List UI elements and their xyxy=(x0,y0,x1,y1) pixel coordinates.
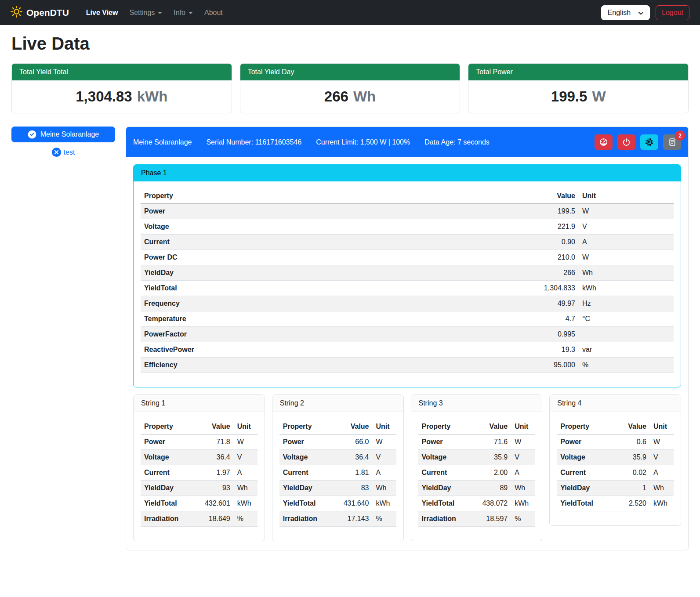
table-row: Efficiency95.000% xyxy=(141,358,674,373)
unit-cell: A xyxy=(511,465,535,481)
property-cell: Voltage xyxy=(557,450,609,465)
unit-cell: V xyxy=(234,450,258,465)
unit-cell: % xyxy=(373,511,396,527)
column-header-unit: Unit xyxy=(650,419,674,434)
table-row: Power66.0W xyxy=(279,434,396,450)
property-cell: YieldTotal xyxy=(141,496,193,511)
table-row: Power199.5W xyxy=(141,204,674,219)
event-log-button[interactable]: 2 xyxy=(663,134,681,150)
value-cell: 49.97 xyxy=(526,296,579,311)
table-row: YieldTotal432.601kWh xyxy=(141,496,258,511)
value-cell: 89 xyxy=(471,481,511,496)
inverter-selector-sidebar: Meine Solaranlage test xyxy=(11,127,115,157)
value-cell: 2.00 xyxy=(471,465,511,481)
inverter-limit: Current Limit: 1,500 W | 100% xyxy=(316,138,410,146)
nav-item-live-view[interactable]: Live View xyxy=(80,5,124,20)
card-value: 266 xyxy=(324,88,348,105)
string-card: String 3 Property Value Unit Power71.6WV… xyxy=(411,394,543,541)
property-cell: Irradiation xyxy=(141,511,193,527)
phase-card-header: Phase 1 xyxy=(134,165,681,181)
nav-item-about[interactable]: About xyxy=(199,5,228,20)
card-value: 199.5 xyxy=(551,88,588,105)
string-table: Property Value Unit Power71.8WVoltage36.… xyxy=(141,419,258,527)
cpu-icon xyxy=(645,138,653,146)
value-cell: 35.9 xyxy=(471,450,511,465)
unit-cell: A xyxy=(373,465,396,481)
journal-text-icon xyxy=(668,138,676,146)
unit-cell: °C xyxy=(579,311,674,327)
unit-cell: kWh xyxy=(234,496,258,511)
brand-label: OpenDTU xyxy=(26,7,69,18)
table-header-row: Property Value Unit xyxy=(141,419,258,434)
column-header-property: Property xyxy=(557,419,609,434)
value-cell: 93 xyxy=(193,481,234,496)
nav-item-settings[interactable]: Settings xyxy=(123,5,168,20)
inverter-other-button[interactable]: test xyxy=(49,147,78,157)
string-card-header: String 4 xyxy=(550,395,681,412)
unit-cell: % xyxy=(511,511,535,527)
property-cell: Irradiation xyxy=(418,511,471,527)
table-row: Voltage35.9V xyxy=(557,450,674,465)
table-row: Irradiation18.649% xyxy=(141,511,258,527)
unit-cell: V xyxy=(511,450,535,465)
string-card-body: Property Value Unit Power0.6WVoltage35.9… xyxy=(550,412,681,525)
value-cell: 1 xyxy=(609,481,650,496)
value-cell: 210.0 xyxy=(526,250,579,265)
value-cell: 431.640 xyxy=(332,496,373,511)
value-cell: 36.4 xyxy=(332,450,373,465)
table-row: Power71.8W xyxy=(141,434,258,450)
unit-cell: % xyxy=(579,358,674,373)
limit-settings-button[interactable] xyxy=(595,134,613,150)
value-cell: 66.0 xyxy=(332,434,373,450)
table-header-row: Property Value Unit xyxy=(557,419,674,434)
table-row: Voltage36.4V xyxy=(141,450,258,465)
string-table: Property Value Unit Power0.6WVoltage35.9… xyxy=(557,419,674,511)
power-button[interactable] xyxy=(617,134,635,150)
property-cell: YieldDay xyxy=(141,265,526,281)
language-select[interactable]: English xyxy=(601,5,650,20)
inverter-other-label: test xyxy=(64,148,75,156)
property-cell: Current xyxy=(418,465,471,481)
property-cell: YieldDay xyxy=(418,481,471,496)
unit-cell: W xyxy=(511,434,535,450)
value-cell: 0.6 xyxy=(609,434,650,450)
unit-cell: kWh xyxy=(650,496,674,511)
x-circle-icon xyxy=(52,148,61,157)
column-header-unit: Unit xyxy=(579,188,674,204)
table-row: YieldTotal2.520kWh xyxy=(557,496,674,511)
unit-cell: V xyxy=(650,450,674,465)
device-info-button[interactable] xyxy=(640,134,658,150)
table-row: Current1.81A xyxy=(279,465,396,481)
column-header-value: Value xyxy=(609,419,650,434)
property-cell: Frequency xyxy=(141,296,526,311)
property-cell: ReactivePower xyxy=(141,342,526,358)
inverter-card: Meine Solaranlage Serial Number: 1161716… xyxy=(126,127,689,550)
property-cell: Current xyxy=(279,465,332,481)
logout-button[interactable]: Logout xyxy=(656,5,689,20)
value-cell: 71.6 xyxy=(471,434,511,450)
property-cell: Power xyxy=(279,434,332,450)
caret-down-icon xyxy=(189,12,193,14)
phase-card: Phase 1 Property Value Unit Power199.5WV… xyxy=(133,164,681,387)
nav-item-info[interactable]: Info xyxy=(168,5,199,20)
property-cell: Current xyxy=(557,465,609,481)
table-row: YieldTotal438.072kWh xyxy=(418,496,535,511)
chevron-down-icon xyxy=(638,9,643,17)
table-row: Voltage221.9V xyxy=(141,219,674,235)
column-header-unit: Unit xyxy=(373,419,396,434)
string-card-body: Property Value Unit Power71.8WVoltage36.… xyxy=(134,412,265,541)
property-cell: Irradiation xyxy=(279,511,332,527)
phase-card-body: Property Value Unit Power199.5WVoltage22… xyxy=(134,181,681,387)
phase-table: Property Value Unit Power199.5WVoltage22… xyxy=(141,188,674,373)
brand[interactable]: OpenDTU xyxy=(11,6,69,20)
property-cell: Current xyxy=(141,235,526,250)
inverter-selected-button[interactable]: Meine Solaranlage xyxy=(11,127,115,142)
card-unit: Wh xyxy=(353,88,376,105)
caret-down-icon xyxy=(158,12,162,14)
value-cell: 2.520 xyxy=(609,496,650,511)
unit-cell: Hz xyxy=(579,296,674,311)
unit-cell: % xyxy=(234,511,258,527)
total-yield-day-card: Total Yield Day 266 Wh xyxy=(240,63,461,113)
property-cell: Current xyxy=(141,465,193,481)
property-cell: YieldDay xyxy=(279,481,332,496)
